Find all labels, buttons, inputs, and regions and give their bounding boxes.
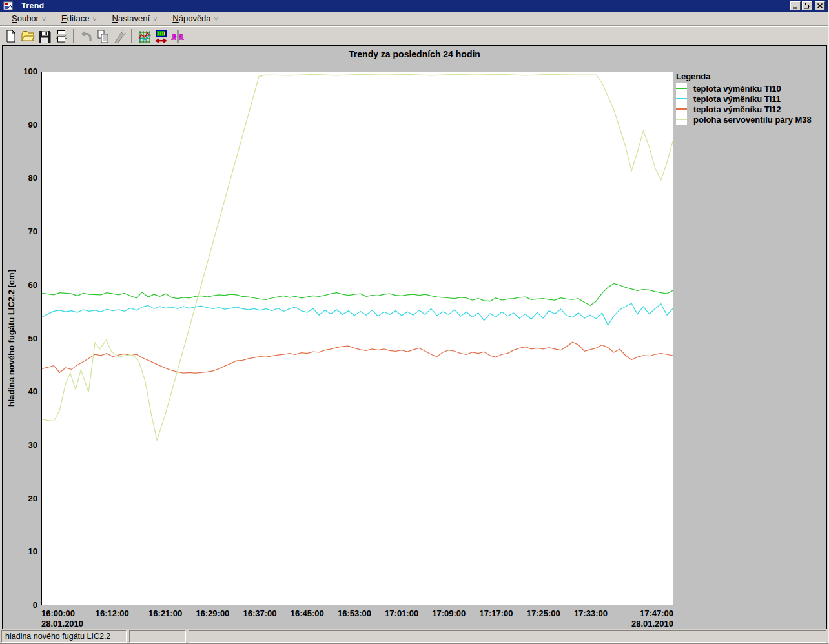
print-button[interactable]: [53, 28, 70, 44]
print-icon: [54, 29, 68, 43]
x-tick-date: 28.01.2010: [41, 619, 83, 629]
y-tick-label: 70: [3, 226, 37, 236]
legend-label: poloha servoventilu páry M38: [687, 115, 812, 125]
time-range-icon: [154, 29, 168, 43]
y-tick-label: 30: [3, 440, 37, 450]
close-icon: [816, 2, 824, 10]
x-tick-label: 17:25:00: [527, 609, 560, 618]
legend-label: teplota výměníku TI12: [687, 105, 781, 114]
x-tick-label: 16:29:00: [196, 609, 229, 618]
save-button[interactable]: [36, 28, 53, 44]
menu-dropdown-icon: ▽: [153, 15, 157, 21]
menu-soubor[interactable]: Soubor▽: [12, 14, 46, 23]
x-tick-label: 17:17:00: [479, 609, 513, 618]
legend-title: Legenda: [676, 72, 812, 81]
minimize-button[interactable]: [790, 1, 801, 10]
new-document-button[interactable]: [3, 28, 19, 44]
legend-item-TI11: teplota výměníku TI11: [676, 94, 812, 104]
x-tick-label: 17:33:00: [574, 609, 608, 618]
restore-icon: [803, 2, 811, 10]
status-selected-series: hladina nového fugátu LIC2.2: [1, 630, 127, 643]
edit-tool-icon: [112, 29, 127, 43]
menu-editace[interactable]: Editace▽: [61, 14, 97, 23]
app-icon: [3, 1, 14, 10]
legend-label: teplota výměníku TI11: [687, 94, 781, 104]
x-tick-label: 16:37:00: [243, 609, 277, 618]
menu-dropdown-icon: ▽: [42, 15, 46, 21]
toolbar-separator: [73, 29, 74, 43]
menu-napoveda[interactable]: Nápověda▽: [172, 14, 218, 23]
new-document-icon: [4, 29, 18, 43]
open-folder-icon: [21, 29, 35, 43]
copy-button[interactable]: [94, 28, 111, 44]
status-panel-3: [189, 630, 826, 643]
y-tick-label: 40: [3, 387, 37, 396]
series-line-TI12: [42, 342, 673, 373]
x-tick-label: 16:12:00: [96, 609, 129, 618]
plot-area[interactable]: [41, 72, 673, 605]
legend-label: teplota výměníku TI10: [687, 84, 781, 94]
undo-icon: [79, 29, 93, 43]
x-tick-label: 16:21:00: [148, 609, 182, 618]
y-tick-label: 50: [3, 334, 37, 343]
copy-icon: [96, 29, 110, 43]
restore-button[interactable]: [802, 1, 812, 10]
window-controls: [790, 1, 828, 10]
legend-line-swatch: [676, 114, 687, 125]
legend-rows: teplota výměníku TI10teplota výměníku TI…: [676, 83, 812, 125]
toolbar: [0, 26, 828, 45]
titlebar[interactable]: Trend: [0, 0, 828, 12]
y-tick-label: 20: [3, 494, 37, 503]
minimize-icon: [792, 2, 799, 10]
chart-title: Trendy za posledních 24 hodin: [3, 49, 826, 59]
waveform-cursor-icon: [170, 29, 185, 43]
x-tick-date: 28.01.2010: [631, 619, 673, 629]
close-button[interactable]: [815, 1, 825, 10]
app-window: Trend Soubor▽ Editace▽ Nastavení▽ Nápově…: [0, 0, 829, 644]
y-tick-label: 10: [3, 547, 37, 556]
menu-dropdown-icon: ▽: [92, 15, 96, 21]
edit-tool-button[interactable]: [111, 28, 128, 44]
legend-line-swatch: [676, 83, 687, 94]
time-range-button[interactable]: [152, 28, 169, 44]
x-tick-label: 17:09:00: [432, 609, 466, 618]
legend-line-swatch: [676, 104, 687, 114]
x-tick-label: 16:45:00: [291, 609, 324, 618]
toolbar-separator: [131, 29, 132, 43]
legend-line-swatch: [676, 94, 687, 104]
undo-button[interactable]: [77, 28, 94, 44]
x-tick-label: 16:00:00: [41, 609, 75, 618]
statusbar: hladina nového fugátu LIC2.2: [0, 630, 828, 643]
waveform-cursor-button[interactable]: [169, 28, 186, 44]
y-tick-label: 0: [3, 600, 37, 610]
chart-grid-button[interactable]: [136, 28, 152, 44]
status-panel-2: [129, 630, 186, 643]
chart-grid-icon: [137, 29, 151, 43]
menu-nastaveni[interactable]: Nastavení▽: [112, 14, 158, 23]
legend-item-TI12: teplota výměníku TI12: [676, 104, 812, 114]
series-line-TI10: [42, 284, 673, 306]
legend-item-TI10: teplota výměníku TI10: [676, 83, 812, 94]
y-tick-label: 90: [3, 120, 37, 130]
legend-item-M38: poloha servoventilu páry M38: [676, 114, 812, 125]
x-tick-label: 17:47:00: [640, 609, 673, 618]
x-tick-label: 16:53:00: [338, 609, 371, 618]
series-line-TI11: [42, 303, 673, 325]
y-tick-label: 80: [3, 173, 37, 183]
y-tick-label: 100: [3, 66, 37, 76]
legend: Legenda teplota výměníku TI10teplota vým…: [676, 72, 812, 125]
window-title: Trend: [21, 1, 45, 10]
trend-lines: [42, 72, 673, 605]
trend-chart-panel: Trendy za posledních 24 hodin hladina no…: [2, 45, 827, 629]
y-tick-label: 60: [3, 280, 37, 290]
save-icon: [37, 29, 52, 43]
open-folder-button[interactable]: [19, 28, 36, 44]
menu-dropdown-icon: ▽: [214, 15, 218, 21]
menubar: Soubor▽ Editace▽ Nastavení▽ Nápověda▽: [0, 12, 828, 26]
series-line-M38: [42, 74, 673, 440]
x-tick-label: 17:01:00: [385, 609, 418, 618]
